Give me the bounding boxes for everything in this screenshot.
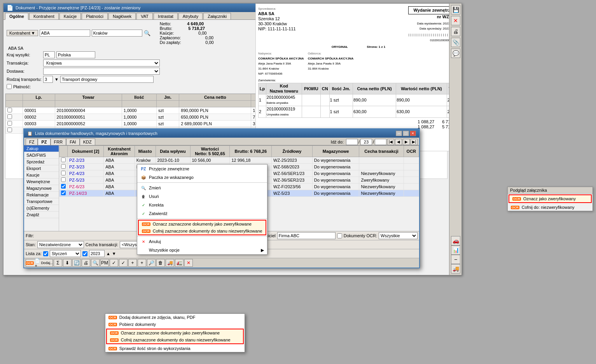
tab-zalaczniki[interactable]: Załączniki — [203, 13, 231, 19]
cat-eksport[interactable]: Eksport — [24, 165, 59, 172]
sub-tab-pz[interactable]: PZ — [38, 138, 50, 145]
transport-code-input[interactable] — [43, 76, 53, 83]
dostawa-select[interactable] — [43, 68, 160, 75]
row4-cb[interactable] — [7, 128, 12, 132]
sub-row1-dokument[interactable]: PZ-3/23 — [69, 164, 84, 169]
nav-input-right[interactable] — [375, 139, 386, 145]
save-icon[interactable]: 💾 — [451, 5, 460, 14]
attachment-icon[interactable]: 📎 — [451, 38, 460, 47]
plus-btn[interactable]: + — [128, 259, 137, 267]
ctx-wszystkie[interactable]: Wszystkie opcje ▶ — [137, 246, 267, 254]
nav-prev-btn[interactable]: ◀ — [395, 139, 402, 145]
kontrahent-input[interactable] — [40, 30, 90, 37]
check1-btn[interactable]: ✓ — [110, 259, 118, 267]
sub-row5-dokument[interactable]: PZ-14/23 — [69, 191, 87, 196]
transakcja-select[interactable]: Krajowa — [43, 60, 160, 66]
tab-ogolne[interactable]: Ogólne — [5, 13, 28, 20]
print-tb-btn[interactable]: 🖨 — [82, 259, 90, 267]
check2-btn[interactable]: ✓ — [119, 259, 128, 267]
minus-icon[interactable]: − — [451, 255, 460, 264]
delivery-icon[interactable]: 🚚 — [451, 264, 460, 273]
rok-down-icon[interactable]: ▼ — [112, 251, 116, 256]
lista-za-cb1[interactable] — [43, 251, 48, 256]
kraj-name-input[interactable] — [56, 51, 95, 58]
platnosc-checkbox[interactable] — [7, 84, 12, 89]
sub-row4-dokument[interactable]: PZ-6/23 — [69, 184, 84, 189]
sub-tab-fz[interactable]: FZ — [26, 138, 38, 145]
bottom-ctx-dodaj[interactable]: OCR Dodaj dokument ze zdjęcia, skanu, PD… — [105, 314, 245, 321]
x-btn[interactable]: ✕ — [184, 259, 193, 267]
arrow-icon[interactable]: 🚗 — [451, 236, 460, 245]
cat-wewnetrzne[interactable]: Wewnętrzne — [24, 178, 59, 185]
kontrahent-button[interactable]: Kontrahent ▼ — [7, 30, 38, 36]
attachment-oznacz[interactable]: OCR Oznacz jako zweryfikowany — [509, 195, 591, 202]
row1-cb[interactable] — [7, 108, 12, 112]
tab-vat[interactable]: VAT — [136, 13, 153, 19]
ctx-korekta[interactable]: ✓ Korekta — [137, 201, 267, 209]
nav-last-btn[interactable]: ▶| — [411, 139, 418, 145]
tab-naglowek[interactable]: Nagłówek — [108, 13, 136, 19]
tab-atrybuty[interactable]: Atrybuty — [178, 13, 203, 19]
stan-select[interactable]: Niezatwierdzone — [37, 241, 84, 248]
rok-input[interactable] — [89, 250, 105, 257]
bottom-ctx-pobierz[interactable]: OCR Pobierz dokumenty — [105, 321, 245, 328]
delete-icon[interactable]: ✕ — [451, 16, 460, 25]
cat-selementy[interactable]: (s)Elementy — [24, 205, 59, 212]
cat-sad[interactable]: SAD/FWS — [24, 152, 59, 159]
magnify-btn[interactable]: 🔎 — [147, 259, 156, 267]
message-icon[interactable]: 💬 — [451, 49, 460, 58]
cat-reklamacje[interactable]: Reklamacje — [24, 192, 59, 198]
tab-kontrahent[interactable]: Kontrahent — [29, 13, 59, 19]
pm-btn[interactable]: PM — [100, 259, 109, 267]
trash-tb-btn[interactable]: 🗑 — [156, 259, 165, 267]
city-input[interactable] — [92, 30, 142, 37]
kraj-code-input[interactable] — [43, 51, 55, 58]
dl-btn[interactable]: ⬇ — [63, 259, 72, 267]
dokumenty-ocr-select[interactable]: Wszystkie — [379, 232, 418, 239]
search-icon[interactable]: 🔍 — [144, 30, 150, 36]
sub-row3-dokument[interactable]: PZ-5/23 — [69, 178, 84, 182]
cat-znajdz[interactable]: Znajdź — [24, 212, 59, 218]
tab-kaucje[interactable]: Kaücje — [59, 13, 81, 19]
search-tb-btn[interactable]: 🔍 — [91, 259, 100, 267]
refresh-btn[interactable]: 🔄 — [72, 259, 81, 267]
table-icon[interactable]: 📊 — [451, 245, 460, 255]
tab-platnosci[interactable]: Płatności — [82, 13, 108, 19]
dokumenty-ocr-cb[interactable] — [337, 233, 342, 238]
truck-btn[interactable]: 🚚 — [166, 259, 174, 267]
plus2-btn[interactable]: + — [138, 259, 146, 267]
ctx-zatwierdz[interactable]: ✓ Zatwierdź — [137, 209, 267, 218]
nav-input-left[interactable] — [346, 139, 358, 145]
sub-maximize-btn[interactable]: □ — [403, 131, 409, 136]
lista-za-cb2[interactable] — [82, 251, 87, 256]
sub-row2-dokument[interactable]: PZ-4/23 — [69, 171, 84, 176]
ctx-przyjecie[interactable]: PZ Przyjęcie zewnętrzne — [137, 164, 267, 173]
sub-row4-cb[interactable] — [61, 184, 66, 189]
cat-sprzedaz[interactable]: Sprzedaż — [24, 159, 59, 165]
nav-next-btn[interactable]: ▶ — [403, 139, 410, 145]
ocr-add-btn[interactable]: OCR 📄+ Dodaj... — [26, 259, 53, 267]
sub-row3-cb[interactable] — [61, 177, 66, 182]
sub-minimize-btn[interactable]: ─ — [396, 131, 402, 136]
row3-cb[interactable] — [7, 121, 12, 126]
rok-up-icon[interactable]: ▲ — [106, 251, 110, 256]
print-icon[interactable]: 🖨 — [451, 27, 460, 36]
sub-row2-cb[interactable] — [61, 171, 66, 175]
nav-input-page[interactable] — [360, 139, 372, 145]
bottom-ctx-sprawdz[interactable]: OCR Sprawdź ilość stron do wykorzystania — [105, 345, 245, 352]
transport-name-input[interactable] — [60, 76, 154, 83]
truck2-btn[interactable]: 🚛 — [175, 259, 184, 267]
ctx-oznacz[interactable]: OCR Oznacz zaznaczone dokumenty jako zwe… — [139, 220, 266, 228]
bottom-ctx-oznacz[interactable]: OCR Oznacz zaznaczone dokumenty jako zwe… — [107, 329, 243, 336]
ctx-paczka[interactable]: 📦 Paczka ze wskazanego — [137, 173, 267, 182]
miesiac-select[interactable]: Styczeń — [50, 250, 81, 257]
sub-row1-cb[interactable] — [61, 164, 66, 169]
sub-row0-cb[interactable] — [61, 158, 66, 162]
row2-cb[interactable] — [7, 114, 12, 119]
bottom-ctx-cofnij[interactable]: OCR Cofnij zaznaczone dokumenty do stanu… — [107, 336, 243, 343]
sub-tab-fai[interactable]: FAI — [66, 138, 80, 145]
cat-magazynowe[interactable]: Magazynowe — [24, 185, 59, 192]
sub-close-btn[interactable]: ✕ — [410, 131, 416, 136]
cat-zakup[interactable]: Zakup — [24, 145, 59, 152]
cat-kaucje[interactable]: Kaucje — [24, 172, 59, 178]
